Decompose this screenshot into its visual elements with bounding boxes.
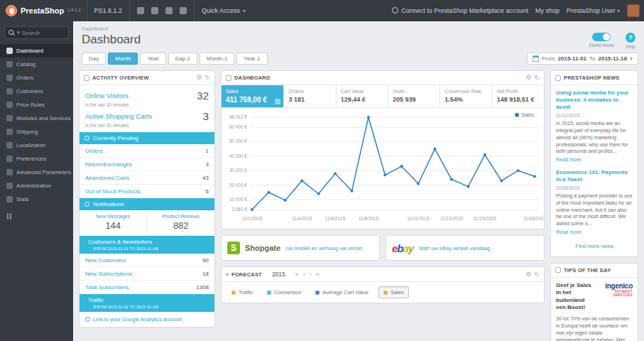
sidebar-item-shipping[interactable]: Shipping <box>0 125 73 139</box>
sidebar-item-price-rules[interactable]: Price Rules <box>0 98 73 112</box>
toggle-traffic[interactable]: Traffic <box>227 287 257 298</box>
first-page-icon[interactable]: « <box>295 271 299 278</box>
article-title-link[interactable]: Using social media for your business: 4 … <box>556 90 633 111</box>
my-shop-link[interactable]: My shop <box>535 7 560 14</box>
refresh-icon[interactable]: ↻ <box>534 75 540 81</box>
toggle-conversion[interactable]: Conversion <box>263 287 305 298</box>
ebay-link[interactable]: Start uw eBay-winkel vandaag <box>418 245 490 251</box>
quick-access-menu[interactable]: Quick Access ▾ <box>194 0 253 21</box>
new-messages-cell[interactable]: New Messages 144 <box>80 210 147 235</box>
sidebar-item-localization[interactable]: Localization <box>0 139 73 152</box>
help-icon[interactable]: ? <box>626 33 635 43</box>
administration-icon <box>6 183 13 189</box>
sidebar-item-modules[interactable]: Modules and Services <box>0 112 73 125</box>
marketplace-label: Connect to PrestaShop Marketplace accoun… <box>401 7 528 14</box>
shopgate-name: Shopgate <box>245 244 280 252</box>
customers-row-total-subscribers[interactable]: Total Subscribers1308 <box>80 281 214 294</box>
search-input[interactable] <box>22 30 59 36</box>
kpi-label: Net Profit <box>497 89 540 94</box>
sidebar-item-administration[interactable]: Administration <box>0 179 73 193</box>
article-title-link[interactable]: Ecommerce 101: Payments in a Tweet <box>556 169 633 183</box>
user-menu[interactable]: PrestaShop User ▾ <box>567 7 620 14</box>
last-page-icon[interactable]: » <box>316 271 320 278</box>
sidebar-item-catalog[interactable]: Catalog <box>0 58 73 71</box>
news-article: Using social media for your business: 4 … <box>556 90 633 163</box>
gear-icon[interactable]: ⚙ <box>525 271 531 278</box>
refresh-icon[interactable]: ↻ <box>204 75 210 81</box>
acv-dot-icon <box>315 291 320 295</box>
prestashop-news-panel: PRESTASHOP NEWS Using social media for y… <box>550 70 638 257</box>
add-quick-icon[interactable] <box>165 7 173 14</box>
breadcrumb[interactable]: Dashboard <box>82 26 638 32</box>
x-axis-tick: 11/8/2015 <box>359 216 378 221</box>
filter-year-1-button[interactable]: Year-1 <box>236 53 267 65</box>
kpi-sales[interactable]: Sales 411 759,00 € <box>222 85 284 107</box>
ebay-promo[interactable]: ebay Start uw eBay-winkel vandaag <box>386 235 545 261</box>
prev-page-icon[interactable]: ‹ <box>303 271 305 278</box>
row-label: Total Subscribers <box>85 284 129 291</box>
read-more-link[interactable]: Read more <box>556 156 633 163</box>
next-page-icon[interactable]: › <box>310 271 312 278</box>
toggle-label: Conversion <box>274 289 301 296</box>
filter-day-1-button[interactable]: Day-1 <box>168 53 197 65</box>
filter-month-1-button[interactable]: Month-1 <box>200 53 234 65</box>
kpi-net-profit[interactable]: Net Profit 148 918,51 € <box>493 85 544 107</box>
forecast-year-select[interactable]: 2015 <box>272 271 285 278</box>
gear-icon[interactable]: ⚙ <box>196 75 202 81</box>
sidebar-item-advanced-parameters[interactable]: Advanced Parameters <box>0 166 73 179</box>
sidebar-item-label: Advanced Parameters <box>16 169 71 175</box>
toggle-sales[interactable]: Sales <box>378 286 409 298</box>
sidebar-collapse-icon[interactable] <box>7 213 73 220</box>
shopgate-link[interactable]: Ga mobiel en verhoog uw omzet <box>285 245 362 251</box>
product-reviews-cell[interactable]: Product Reviews 882 <box>147 210 215 235</box>
online-visitors-link[interactable]: Online Visitors <box>85 92 129 99</box>
sidebar-item-stats[interactable]: Stats <box>0 193 73 206</box>
refresh-icon[interactable]: ↻ <box>534 271 540 278</box>
sidebar-item-preferences[interactable]: Preferences <box>0 152 73 166</box>
from-date: 2015-11-01 <box>558 55 586 62</box>
active-carts-sub: in the last 30 minutes <box>85 123 209 128</box>
forecast-title: FORECAST <box>231 271 262 278</box>
kpi-orders[interactable]: Orders 3 181 <box>284 85 336 107</box>
tips-of-the-day-panel: TIPS OF THE DAY Geef je Sales in het bui… <box>550 263 638 341</box>
notifications-grid: New Messages 144 Product Reviews 882 <box>80 210 214 236</box>
filter-day-button[interactable]: Day <box>82 53 106 65</box>
dashboard-panel: DASHBOARD ⚙ ↻ Sales 411 759,00 € Orders … <box>221 70 545 229</box>
search-box[interactable]: ▾ <box>4 26 69 39</box>
pending-row-abandoned-carts[interactable]: Abandoned Carts43 <box>80 171 214 185</box>
kpi-cart-value[interactable]: Cart Value 129,44 € <box>337 85 388 107</box>
news-article: Ecommerce 101: Payments in a Tweet 11/05… <box>556 169 633 235</box>
activity-icon <box>84 75 89 81</box>
row-label: New Subscriptions <box>85 271 132 277</box>
demo-mode-toggle[interactable] <box>592 33 611 41</box>
cart-icon[interactable] <box>137 7 144 14</box>
kpi-label: Sales <box>226 89 279 94</box>
ebay-logo: ebay <box>392 242 413 254</box>
customers-row-new-subscriptions[interactable]: New Subscriptions18 <box>80 267 214 281</box>
sidebar-item-orders[interactable]: Orders <box>0 71 73 85</box>
sidebar-item-dashboard[interactable]: Dashboard <box>0 44 73 58</box>
date-range-picker[interactable]: From 2015-11-01 To 2015-11-18 ▾ <box>527 53 638 65</box>
pending-row-out-of-stock[interactable]: Out of Stock Products6 <box>80 185 214 198</box>
read-more-link[interactable]: Read more <box>556 229 633 235</box>
brand[interactable]: PrestaShop 1.6.1.2 <box>0 5 87 16</box>
rocket-icon[interactable] <box>180 7 187 14</box>
kpi-visits[interactable]: Visits 205 939 <box>388 85 440 107</box>
filter-month-button[interactable]: Month <box>108 53 138 65</box>
toggle-average-cart-value[interactable]: Average Cart Value <box>311 287 373 298</box>
caret-down-icon[interactable]: ▾ <box>226 271 229 278</box>
sidebar-item-customers[interactable]: Customers <box>0 85 73 98</box>
gear-icon[interactable]: ⚙ <box>525 75 531 81</box>
marketplace-link[interactable]: Connect to PrestaShop Marketplace accoun… <box>392 7 528 14</box>
find-more-news-link[interactable]: Find more news <box>556 242 633 252</box>
filter-year-button[interactable]: Year <box>140 53 165 65</box>
customers-row-new-customers[interactable]: New Customers90 <box>80 254 214 267</box>
google-analytics-link[interactable]: Link to your Google Analytics account <box>80 312 214 327</box>
active-carts-link[interactable]: Active Shopping Carts <box>85 112 152 120</box>
pending-row-orders[interactable]: Orders1 <box>80 144 214 158</box>
pending-row-returns[interactable]: Return/Exchanges3 <box>80 158 214 171</box>
avatar[interactable] <box>627 4 640 17</box>
kpi-conversion-rate[interactable]: Conversion Rate 1.54% <box>440 85 492 107</box>
shopgate-promo[interactable]: S Shopgate Ga mobiel en verhoog uw omzet <box>221 235 380 261</box>
customers-quick-icon[interactable] <box>151 7 158 14</box>
